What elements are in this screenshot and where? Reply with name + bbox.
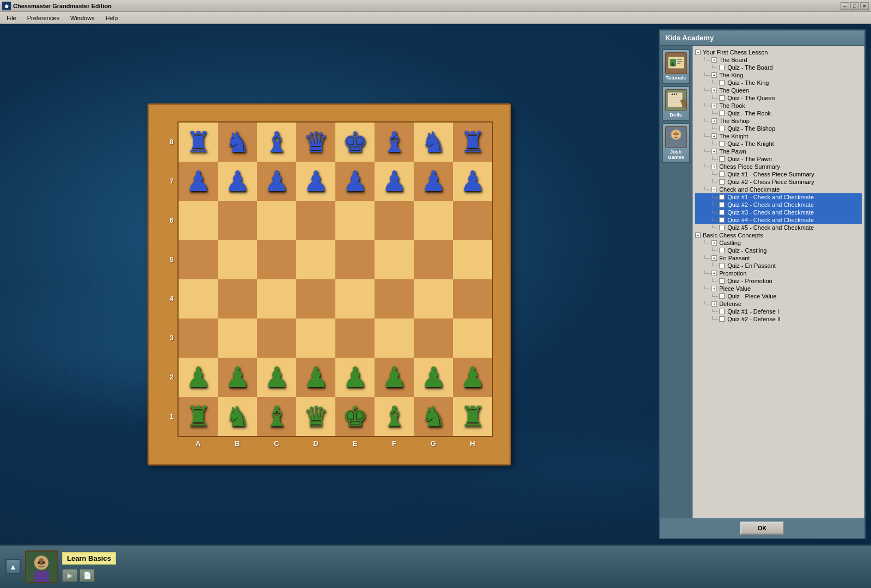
tree-toggle[interactable]: + bbox=[711, 149, 717, 154]
cell-b2[interactable]: ♟ bbox=[218, 358, 257, 397]
tree-checkbox[interactable] bbox=[719, 217, 725, 223]
cell-b6[interactable] bbox=[218, 201, 257, 240]
tree-checkbox[interactable] bbox=[719, 126, 725, 131]
tree-item[interactable]: └─+Defense bbox=[695, 300, 862, 308]
tree-item[interactable]: └─Quiz - Piece Value bbox=[695, 292, 862, 300]
tree-checkbox[interactable] bbox=[719, 316, 725, 322]
cell-c8[interactable]: ♝ bbox=[257, 122, 296, 162]
cell-f5[interactable] bbox=[375, 240, 414, 279]
tree-item[interactable]: └─+The King bbox=[695, 71, 862, 79]
josh-games-button[interactable]: Josh Games bbox=[662, 123, 690, 163]
cell-e2[interactable]: ♟ bbox=[335, 358, 375, 397]
tree-item[interactable]: └─Quiz - The Bishop bbox=[695, 125, 862, 132]
cell-e8[interactable]: ♚ bbox=[335, 122, 375, 162]
cell-h1[interactable]: ♜ bbox=[453, 397, 492, 436]
menu-preferences[interactable]: Preferences bbox=[23, 14, 64, 22]
tree-toggle[interactable]: + bbox=[711, 133, 717, 139]
tree-item[interactable]: └─+The Queen bbox=[695, 87, 862, 94]
tree-checkbox[interactable] bbox=[719, 202, 725, 207]
cell-b7[interactable]: ♟ bbox=[218, 162, 257, 201]
tree-checkbox[interactable] bbox=[719, 141, 725, 146]
cell-f4[interactable] bbox=[375, 279, 414, 318]
cell-f2[interactable]: ♟ bbox=[375, 358, 414, 397]
tree-checkbox[interactable] bbox=[719, 65, 725, 70]
tree-item[interactable]: └─−Check and Checkmate bbox=[695, 186, 862, 193]
cell-e6[interactable] bbox=[335, 201, 375, 240]
cell-f3[interactable] bbox=[375, 318, 414, 358]
tree-item[interactable]: └─Quiz - The Pawn bbox=[695, 155, 862, 163]
cell-a1[interactable]: ♜ bbox=[179, 397, 218, 436]
close-button[interactable]: ✕ bbox=[860, 2, 869, 10]
cell-e3[interactable] bbox=[335, 318, 375, 358]
tree-checkbox[interactable] bbox=[719, 171, 725, 177]
cell-h7[interactable]: ♟ bbox=[453, 162, 492, 201]
tree-checkbox[interactable] bbox=[719, 194, 725, 200]
tree-toggle[interactable]: + bbox=[711, 164, 717, 169]
tree-item[interactable]: └─+The Knight bbox=[695, 132, 862, 140]
cell-h8[interactable]: ♜ bbox=[453, 122, 492, 162]
cell-b3[interactable] bbox=[218, 318, 257, 358]
cell-d4[interactable] bbox=[296, 279, 335, 318]
tree-checkbox[interactable] bbox=[719, 263, 725, 268]
cell-d6[interactable] bbox=[296, 201, 335, 240]
cell-c5[interactable] bbox=[257, 240, 296, 279]
tree-item[interactable]: └─Quiz #2 - Chess Piece Summary bbox=[695, 178, 862, 186]
tree-item[interactable]: −Basic Chess Concepts bbox=[695, 231, 862, 239]
tree-item[interactable]: └─+The Rook bbox=[695, 102, 862, 109]
tree-item[interactable]: └─+Chess Piece Summary bbox=[695, 163, 862, 170]
tree-item[interactable]: └─Quiz #1 - Chess Piece Summary bbox=[695, 170, 862, 178]
menu-file[interactable]: File bbox=[2, 14, 21, 22]
cell-f1[interactable]: ♝ bbox=[375, 397, 414, 436]
tree-toggle[interactable]: + bbox=[711, 57, 717, 63]
tree-checkbox[interactable] bbox=[719, 309, 725, 314]
tutorials-button[interactable]: ♞ Tutorials bbox=[662, 49, 690, 84]
tree-item[interactable]: └─Quiz #2 - Check and Checkmate bbox=[695, 201, 862, 209]
cell-a4[interactable] bbox=[179, 279, 218, 318]
tree-item[interactable]: └─+The Board bbox=[695, 56, 862, 64]
tree-item[interactable]: └─Quiz - The Knight bbox=[695, 140, 862, 148]
book-button[interactable]: 📄 bbox=[79, 569, 95, 582]
cell-g7[interactable]: ♟ bbox=[414, 162, 453, 201]
cell-d7[interactable]: ♟ bbox=[296, 162, 335, 201]
cell-c7[interactable]: ♟ bbox=[257, 162, 296, 201]
menu-windows[interactable]: Windows bbox=[66, 14, 99, 22]
tree-item[interactable]: └─Quiz - En Passant bbox=[695, 262, 862, 270]
cell-g1[interactable]: ♞ bbox=[414, 397, 453, 436]
tree-toggle[interactable]: − bbox=[695, 232, 701, 238]
tree-item[interactable]: └─Quiz #5 - Check and Checkmate bbox=[695, 224, 862, 231]
tree-item[interactable]: └─+The Pawn bbox=[695, 148, 862, 155]
cell-b8[interactable]: ♞ bbox=[218, 122, 257, 162]
tree-toggle[interactable]: + bbox=[711, 271, 717, 276]
tree-toggle[interactable]: + bbox=[711, 240, 717, 246]
cell-h4[interactable] bbox=[453, 279, 492, 318]
cell-d3[interactable] bbox=[296, 318, 335, 358]
tree-checkbox[interactable] bbox=[719, 293, 725, 299]
tree-panel[interactable]: −Your First Chess Lesson└─+The Board└─Qu… bbox=[692, 46, 864, 518]
tree-item[interactable]: └─+Promotion bbox=[695, 270, 862, 277]
cell-d8[interactable]: ♛ bbox=[296, 122, 335, 162]
tree-item[interactable]: −Your First Chess Lesson bbox=[695, 48, 862, 56]
cell-c3[interactable] bbox=[257, 318, 296, 358]
tree-item[interactable]: └─+Castling bbox=[695, 239, 862, 247]
ok-button[interactable]: OK bbox=[740, 522, 784, 535]
tree-item[interactable]: └─Quiz #1 - Check and Checkmate bbox=[695, 193, 862, 201]
cell-c1[interactable]: ♝ bbox=[257, 397, 296, 436]
drills-button[interactable]: ♟♚♛ Drills bbox=[662, 86, 690, 121]
cell-g5[interactable] bbox=[414, 240, 453, 279]
cell-a2[interactable]: ♟ bbox=[179, 358, 218, 397]
tree-toggle[interactable]: − bbox=[711, 187, 717, 192]
tree-toggle[interactable]: + bbox=[711, 88, 717, 93]
tree-checkbox[interactable] bbox=[719, 179, 725, 185]
minimize-button[interactable]: ─ bbox=[841, 2, 849, 10]
cell-b4[interactable] bbox=[218, 279, 257, 318]
tree-toggle[interactable]: + bbox=[711, 103, 717, 108]
tree-item[interactable]: └─+The Bishop bbox=[695, 117, 862, 125]
expand-button[interactable]: ▲ bbox=[5, 559, 21, 574]
cell-e7[interactable]: ♟ bbox=[335, 162, 375, 201]
cell-f8[interactable]: ♝ bbox=[375, 122, 414, 162]
cell-c6[interactable] bbox=[257, 201, 296, 240]
cell-g4[interactable] bbox=[414, 279, 453, 318]
cell-a5[interactable] bbox=[179, 240, 218, 279]
tree-item[interactable]: └─Quiz #1 - Defense I bbox=[695, 308, 862, 315]
tree-item[interactable]: └─+En Passant bbox=[695, 254, 862, 262]
